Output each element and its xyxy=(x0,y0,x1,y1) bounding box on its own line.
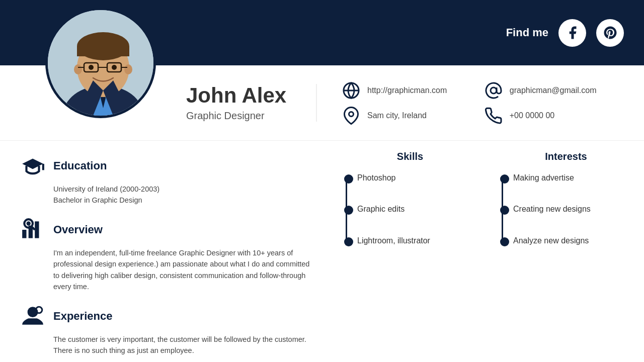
education-line1: University of Ireland (2000-2003) xyxy=(53,184,312,195)
list-item: Graphic edits xyxy=(357,204,478,215)
main-content: Education University of Ireland (2000-20… xyxy=(0,141,644,362)
timeline-dot xyxy=(500,237,509,246)
contact-grid: http://graphicman.com graphicman@gmail.c… xyxy=(317,81,597,125)
interest-label-3: Analyze new designs xyxy=(513,235,589,246)
svg-point-22 xyxy=(349,112,354,116)
phone-icon xyxy=(485,107,503,125)
top-bar: Find me xyxy=(0,0,644,65)
education-section: Education University of Ireland (2000-20… xyxy=(20,153,312,206)
globe-icon xyxy=(342,81,360,100)
facebook-icon[interactable] xyxy=(558,19,586,47)
email-text: graphicman@gmail.com xyxy=(510,86,597,95)
list-item: Making advertise xyxy=(513,172,634,184)
experience-icon xyxy=(20,304,45,329)
svg-point-21 xyxy=(491,87,497,94)
interests-column: Interests Making advertise Creating new … xyxy=(488,151,644,362)
education-title: Education xyxy=(53,159,107,172)
list-item: Analyze new designs xyxy=(513,235,634,246)
name-block: John Alex Graphic Designer xyxy=(186,84,317,122)
experience-body: The customer is very important, the cust… xyxy=(20,334,312,356)
education-header: Education xyxy=(20,153,312,178)
pinterest-icon[interactable] xyxy=(596,19,624,47)
interests-title: Interests xyxy=(498,151,634,162)
contact-website: http://graphicman.com xyxy=(342,81,454,100)
interests-timeline: Making advertise Creating new designs An… xyxy=(498,172,634,246)
svg-point-8 xyxy=(74,64,82,74)
timeline-dot xyxy=(344,206,353,215)
skill-label-1: Photoshop xyxy=(357,172,396,184)
job-title: Graphic Designer xyxy=(186,110,296,122)
email-icon xyxy=(485,81,503,100)
list-item: Photoshop xyxy=(357,172,478,184)
timeline-dot xyxy=(344,237,353,246)
timeline-dot xyxy=(344,174,353,184)
overview-header: Overview xyxy=(20,217,312,242)
svg-point-16 xyxy=(112,65,117,70)
svg-rect-7 xyxy=(77,46,129,56)
experience-header: Experience xyxy=(20,304,312,329)
skills-column: Skills Photoshop Graphic edits Lightroom… xyxy=(332,151,488,362)
timeline-dot xyxy=(500,174,509,184)
right-columns: Skills Photoshop Graphic edits Lightroom… xyxy=(332,141,644,362)
contact-location: Sam city, Ireland xyxy=(342,107,454,125)
skills-title: Skills xyxy=(342,151,478,162)
interest-label-1: Making advertise xyxy=(513,172,574,184)
skills-timeline: Photoshop Graphic edits Lightroom, illus… xyxy=(342,172,478,246)
overview-icon xyxy=(20,217,45,242)
find-me-label: Find me xyxy=(506,26,548,39)
svg-point-27 xyxy=(27,221,31,225)
overview-title: Overview xyxy=(53,223,103,236)
list-item: Creating new designs xyxy=(513,204,634,215)
experience-title: Experience xyxy=(53,310,112,323)
contact-email: graphicman@gmail.com xyxy=(485,81,597,100)
svg-point-9 xyxy=(124,64,132,74)
find-me-section: Find me xyxy=(506,19,624,47)
overview-section: Overview I'm an independent, full-time f… xyxy=(20,217,312,293)
skill-label-2: Graphic edits xyxy=(357,204,405,215)
overview-text: I'm an independent, full-time freelance … xyxy=(53,247,312,293)
list-item: Lightroom, illustrator xyxy=(357,235,478,246)
location-text: Sam city, Ireland xyxy=(367,111,427,120)
education-icon xyxy=(20,153,45,178)
location-icon xyxy=(342,107,360,125)
avatar xyxy=(45,8,156,118)
interest-label-2: Creating new designs xyxy=(513,204,591,215)
full-name: John Alex xyxy=(186,84,296,107)
timeline-dot xyxy=(500,206,509,215)
contact-phone: +00 0000 00 xyxy=(485,107,597,125)
left-column: Education University of Ireland (2000-20… xyxy=(0,141,332,362)
skill-label-3: Lightroom, illustrator xyxy=(357,235,430,246)
svg-rect-23 xyxy=(22,230,26,238)
experience-section: Experience The customer is very importan… xyxy=(20,304,312,356)
experience-text: The customer is very important, the cust… xyxy=(53,334,312,356)
education-line2: Bachelor in Graphic Design xyxy=(53,195,312,206)
website-text: http://graphicman.com xyxy=(367,86,447,95)
phone-text: +00 0000 00 xyxy=(510,111,554,120)
overview-body: I'm an independent, full-time freelance … xyxy=(20,247,312,293)
education-body: University of Ireland (2000-2003) Bachel… xyxy=(20,184,312,206)
svg-rect-25 xyxy=(35,221,39,238)
svg-point-15 xyxy=(89,65,94,70)
